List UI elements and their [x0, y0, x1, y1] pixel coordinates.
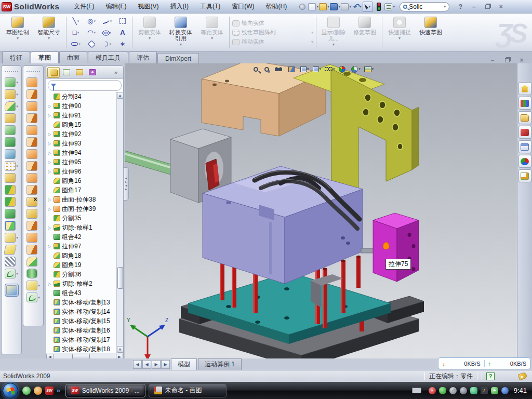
network-speed-widget[interactable]: ↓ 0KB/S ↑ 0KB/S: [438, 357, 530, 369]
tree-item[interactable]: ▷ 分割35: [47, 214, 116, 223]
convert-entities-button[interactable]: 转换实体引用 ▾: [165, 15, 196, 50]
rib-icon[interactable]: ▾: [5, 173, 18, 183]
tree-item[interactable]: ▷ 实体-移动/复制15: [47, 316, 116, 326]
offset-surface-icon[interactable]: ▾: [26, 137, 40, 147]
tree-item[interactable]: ▷ 拉伸95: [47, 157, 116, 167]
tab-model[interactable]: 模型: [171, 358, 197, 370]
tree-item[interactable]: ▷ 拉伸94: [47, 148, 116, 157]
revolved-boss-icon[interactable]: ▾: [5, 89, 18, 99]
quick-tips-button[interactable]: ?: [486, 373, 495, 380]
menu-item[interactable]: 窗口(W): [227, 1, 259, 12]
scroll-thumb[interactable]: [117, 267, 123, 289]
network-warning-tray-icon[interactable]: !: [481, 387, 488, 394]
tree-item[interactable]: ▷ 拉伸93: [47, 139, 116, 148]
curve-icon[interactable]: ▾: [5, 269, 18, 278]
health-tray-icon[interactable]: +: [491, 387, 498, 394]
previous-tab-button[interactable]: ◀: [142, 360, 151, 369]
tab-configurationmanager[interactable]: [73, 67, 86, 78]
ribbon-tab[interactable]: 曲面: [59, 51, 87, 63]
security-shield-tray-icon[interactable]: [439, 387, 446, 394]
pin-toolbar-icon[interactable]: [297, 2, 308, 12]
extruded-surface-icon[interactable]: ▾: [26, 101, 40, 111]
zoom-area-icon[interactable]: ▾: [263, 64, 273, 74]
minimize-button[interactable]: –: [469, 3, 479, 10]
first-tab-button[interactable]: ◀: [133, 360, 142, 369]
solidworks-quicklaunch-icon[interactable]: SW: [45, 387, 54, 395]
move-entities-button[interactable]: 移动实体 ▾: [232, 38, 313, 46]
scroll-up-button[interactable]: ▲: [117, 92, 124, 99]
swept-boss-icon[interactable]: ▾: [5, 113, 18, 123]
tree-item[interactable]: ▷ 组合42: [47, 232, 116, 242]
reference-axis-icon[interactable]: ▾: [5, 257, 18, 267]
hole-wizard-icon[interactable]: ▾: [5, 149, 18, 159]
tab-featuremanager[interactable]: [47, 67, 60, 78]
planar-surface-icon[interactable]: ▾: [26, 149, 40, 159]
undo-button[interactable]: ↶▾: [352, 2, 362, 12]
trim-surface-icon[interactable]: ▾: [26, 233, 40, 243]
tree-item[interactable]: ▷ 实体-移动/复制16: [47, 326, 116, 335]
ellipse-tool[interactable]: ◎▾: [99, 27, 115, 38]
lofted-boss-icon[interactable]: ▾: [5, 125, 18, 135]
menu-item[interactable]: 编辑(E): [101, 1, 132, 12]
replace-face-icon[interactable]: ▾: [26, 221, 40, 231]
arc-tool[interactable]: ◠▾: [84, 27, 99, 38]
custom-properties-icon[interactable]: [518, 169, 531, 182]
updater-tray-icon[interactable]: ✓: [449, 387, 457, 394]
zoom-fit-icon[interactable]: ▾: [252, 64, 262, 74]
rebuild-button[interactable]: [374, 2, 384, 12]
taskbar-button[interactable]: SW SolidWorks 2009 - ...: [65, 384, 145, 397]
input-method-icon[interactable]: [412, 388, 421, 393]
apply-scene-icon[interactable]: ▾: [350, 64, 362, 74]
move-copy-body-icon[interactable]: ▾: [5, 221, 18, 231]
lofted-surface-icon[interactable]: ▾: [26, 113, 40, 123]
ribbon-tab[interactable]: 特征: [2, 51, 30, 63]
ribbon-tab[interactable]: 模具工具: [88, 51, 128, 63]
next-tab-button[interactable]: ▶: [152, 360, 161, 369]
polygon-tool[interactable]: [84, 38, 99, 50]
tree-filter-input[interactable]: [48, 80, 122, 91]
open-button[interactable]: ▾: [319, 2, 329, 12]
smart-dimension-button[interactable]: 智能尺寸 ▾: [33, 15, 64, 50]
menu-item[interactable]: 文件(F): [69, 1, 99, 12]
mirror-entities-button[interactable]: 镜向实体: [232, 19, 313, 27]
tree-item[interactable]: ▷ 拉伸96: [47, 167, 116, 176]
display-delete-relations-button[interactable]: 显示/删除几... ▾: [318, 15, 349, 50]
fillet-icon[interactable]: ▾: [5, 101, 18, 111]
menu-item[interactable]: 插入(I): [165, 1, 194, 12]
tree-item[interactable]: ▷ 实体-移动/复制17: [47, 335, 116, 344]
point-tool[interactable]: ∗: [115, 38, 130, 50]
tree-item[interactable]: ▷ 切除-放样1: [47, 223, 116, 232]
reference-point-icon[interactable]: ▾: [5, 233, 18, 243]
revolved-surface-icon[interactable]: ▾: [26, 89, 40, 99]
solidworks-resources-icon[interactable]: [518, 82, 531, 95]
swept-surface-icon[interactable]: ▾: [26, 77, 40, 87]
tree-item[interactable]: ▷ 圆角16: [47, 176, 116, 185]
extend-surface-icon[interactable]: ▾: [26, 185, 40, 195]
rapid-sketch-button[interactable]: 快速草图: [415, 15, 446, 50]
tree-item[interactable]: ▷ 圆角18: [47, 251, 116, 260]
display-style-icon[interactable]: ▾: [312, 64, 323, 74]
messenger-quicklaunch-icon[interactable]: [22, 387, 31, 395]
start-button[interactable]: [3, 383, 18, 398]
view-orientation-icon[interactable]: ▾: [299, 64, 310, 74]
tree-item[interactable]: ▷ 分割36: [47, 270, 116, 279]
repair-sketch-button[interactable]: 修复草图: [349, 15, 380, 50]
last-tab-button[interactable]: ▶: [161, 360, 170, 369]
dome-icon[interactable]: ▾: [26, 269, 40, 278]
intersect-icon[interactable]: ▾: [5, 197, 18, 207]
doc-close-button[interactable]: ×: [516, 56, 527, 64]
tree-item[interactable]: ▷ 拉伸90: [47, 101, 116, 111]
offset-entities-button[interactable]: 等距实体 ▾: [196, 15, 228, 50]
tree-item[interactable]: ▷ 组合43: [47, 288, 116, 298]
filled-surface-icon[interactable]: ▾: [26, 161, 40, 171]
section-view-icon[interactable]: ▾: [287, 64, 298, 74]
spline-tool[interactable]: ▾: [99, 16, 115, 27]
menu-item[interactable]: 工具(T): [195, 1, 225, 12]
quicklaunch-overflow[interactable]: »: [57, 387, 60, 394]
options-button[interactable]: ▾: [384, 2, 395, 12]
line-tool[interactable]: ╲▾: [68, 16, 84, 27]
extruded-boss-icon[interactable]: ▾: [5, 77, 18, 87]
sketch-button[interactable]: 草图绘制 ▾: [2, 15, 33, 50]
reference-plane-icon[interactable]: ▾: [5, 245, 18, 255]
combine-icon[interactable]: ▾: [5, 209, 18, 219]
